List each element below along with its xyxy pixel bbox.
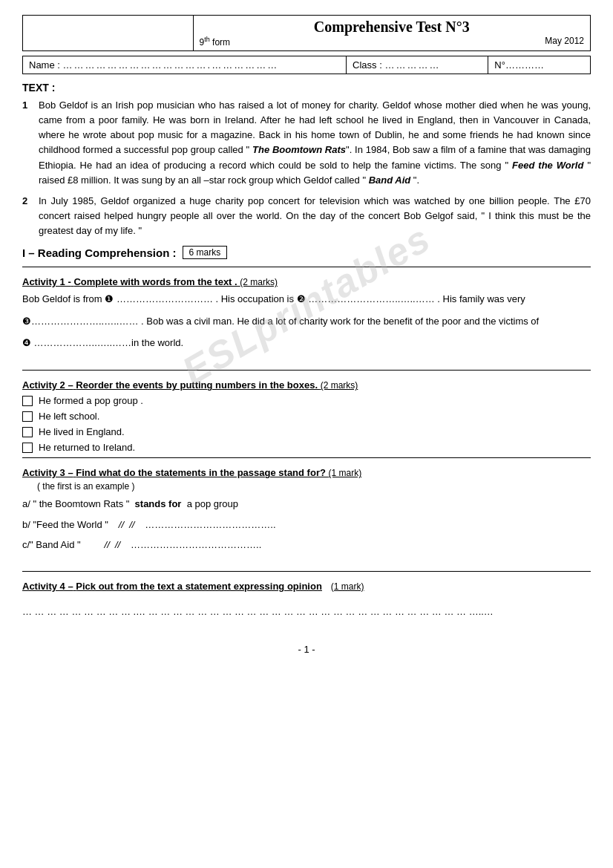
activity4-marks: (1 mark) bbox=[331, 581, 364, 592]
header-right-cell: Comprehensive Test N°3 9th form May 2012 bbox=[193, 16, 591, 51]
header-subtitle: 9th form May 2012 bbox=[200, 36, 585, 48]
activity4-section: Activity 4 – Pick out from the text a st… bbox=[22, 581, 591, 621]
activity3-row-a: a/ " the Boomtown Rats " stands for a po… bbox=[22, 496, 591, 512]
reading-comp-header: I – Reading Comprehension : 6 marks bbox=[22, 246, 591, 259]
feed-the-world: Feed the World bbox=[512, 160, 583, 171]
activity1-label: Activity 1 - bbox=[22, 276, 71, 287]
section-divider-1 bbox=[22, 267, 591, 267]
activity3-header: Activity 3 – Find what do the statements… bbox=[22, 467, 591, 478]
activity1-header: Activity 1 - Complete with words from th… bbox=[22, 276, 591, 287]
activity4-header: Activity 4 – Pick out from the text a st… bbox=[22, 581, 591, 592]
activity3-section: Activity 3 – Find what do the statements… bbox=[22, 467, 591, 552]
activity2-item-1: He formed a pop group . bbox=[22, 395, 591, 406]
header-left-cell bbox=[23, 16, 194, 51]
boomtown-rats: The Boomtown Rats bbox=[252, 144, 346, 155]
activity1-line3: ❹ ………………..…..……in the world. bbox=[22, 334, 591, 351]
date-info: May 2012 bbox=[545, 36, 584, 48]
activity3-label: Activity 3 – bbox=[22, 467, 73, 478]
activity2-item-4-text: He returned to Ireland. bbox=[39, 442, 135, 453]
activity2-title: Reorder the events by putting numbers in… bbox=[76, 379, 320, 391]
activity3-marks: (1 mark) bbox=[329, 468, 362, 478]
para-content-1: Bob Geldof is an Irish pop musician who … bbox=[39, 98, 591, 188]
activity2-marks: (2 marks) bbox=[321, 380, 358, 391]
name-dots: ………………………………….……………… bbox=[63, 59, 279, 71]
checkbox-3[interactable] bbox=[22, 427, 33, 437]
activity3-row-c: c/" Band Aid " // // ………………………………….. bbox=[22, 537, 591, 553]
activity4-label: Activity 4 – bbox=[22, 581, 73, 592]
para-num-2: 2 bbox=[22, 194, 33, 238]
text-section-label: TEXT : bbox=[22, 82, 591, 94]
activity2-item-4: He returned to Ireland. bbox=[22, 442, 591, 453]
paragraph-2: 2 In July 1985, Geldof organized a huge … bbox=[22, 194, 591, 238]
checkbox-1[interactable] bbox=[22, 396, 33, 406]
activity1-line2: ❸…………………..…..…… . Bob was a civil man. H… bbox=[22, 313, 591, 330]
section-divider-3 bbox=[22, 457, 591, 458]
activity2-item-3-text: He lived in England. bbox=[39, 426, 125, 437]
checkbox-4[interactable] bbox=[22, 443, 33, 453]
activity3-row-b: b/ "Feed the World " // // …………………………………… bbox=[22, 517, 591, 533]
text-body: 1 Bob Geldof is an Irish pop musician wh… bbox=[22, 98, 591, 238]
activity4-answer-line: … … … … … … … … … .… … … … … … … … … … …… bbox=[22, 602, 591, 621]
para-content-2: In July 1985, Geldof organized a huge ch… bbox=[39, 194, 591, 238]
parallel-c: // // bbox=[105, 539, 121, 550]
activity2-items: He formed a pop group . He left school. … bbox=[22, 395, 591, 453]
num-label: N°………… bbox=[494, 59, 544, 71]
activity1-marks: (2 marks) bbox=[240, 277, 278, 287]
class-dots: …………… bbox=[384, 59, 440, 71]
reading-comp-marks: 6 marks bbox=[183, 246, 228, 259]
activity2-item-3: He lived in England. bbox=[22, 426, 591, 437]
activity2-header: Activity 2 – Reorder the events by putti… bbox=[22, 379, 591, 391]
activity1-title: Complete with words from the text . bbox=[73, 276, 240, 287]
section-divider-4 bbox=[22, 571, 591, 572]
activity3-title: Find what do the statements in the passa… bbox=[76, 467, 328, 478]
class-field: Class : …………… bbox=[347, 56, 488, 74]
activity4-title: Pick out from the text a statement expre… bbox=[76, 581, 287, 592]
activity2-section: Activity 2 – Reorder the events by putti… bbox=[22, 379, 591, 453]
activity1-line1: Bob Geldof is from ❶ ………………………… . His oc… bbox=[22, 290, 591, 307]
name-row-table: Name : ………………………………….……………… Class : …………… bbox=[22, 56, 591, 74]
checkbox-2[interactable] bbox=[22, 411, 33, 422]
para-num-1: 1 bbox=[22, 98, 33, 188]
parallel-b: // // bbox=[119, 519, 135, 530]
name-label: Name : bbox=[29, 59, 60, 71]
activity2-item-1-text: He formed a pop group . bbox=[39, 395, 143, 406]
activity1-section: Activity 1 - Complete with words from th… bbox=[22, 276, 591, 351]
section-divider-2 bbox=[22, 370, 591, 371]
activity4-underline: opinion bbox=[287, 581, 322, 592]
activity2-label: Activity 2 – bbox=[22, 379, 73, 391]
num-field: N°………… bbox=[488, 56, 591, 74]
grade-info: 9th form bbox=[200, 36, 231, 48]
reading-comp-label: I – Reading Comprehension : bbox=[22, 247, 177, 259]
name-field: Name : ………………………………….……………… bbox=[23, 56, 347, 74]
header-table: Comprehensive Test N°3 9th form May 2012 bbox=[22, 15, 591, 51]
paragraph-1: 1 Bob Geldof is an Irish pop musician wh… bbox=[22, 98, 591, 188]
band-aid: Band Aid bbox=[369, 174, 411, 186]
activity2-item-2: He left school. bbox=[22, 411, 591, 422]
activity3-note: ( the first is an example ) bbox=[37, 481, 591, 492]
page-number: - 1 - bbox=[22, 644, 591, 655]
test-title: Comprehensive Test N°3 bbox=[200, 19, 585, 36]
class-label: Class : bbox=[353, 59, 382, 71]
activity2-item-2-text: He left school. bbox=[39, 411, 99, 422]
